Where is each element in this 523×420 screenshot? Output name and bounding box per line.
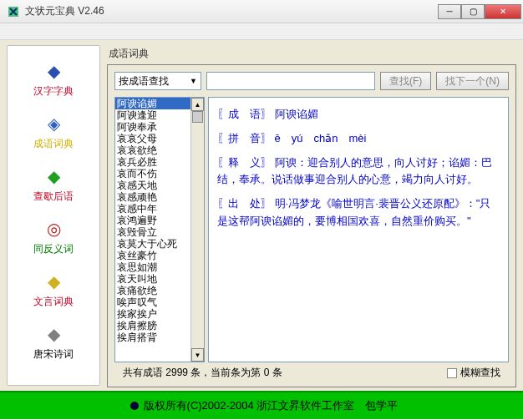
def-pinyin: 〖拼 音〗 ē yú chǎn mèi xyxy=(217,130,500,148)
sidebar-icon-3: ◎ xyxy=(41,217,66,240)
definition-box: 〖成 语〗 阿谀谄媚 〖拼 音〗 ē yú chǎn mèi 〖释 义〗 阿谀：… xyxy=(208,97,509,362)
list-item[interactable]: 挨肩擦膀 xyxy=(115,320,190,331)
window-controls: ─ ▢ ✕ xyxy=(438,4,521,19)
idiom-listbox[interactable]: 阿谀谄媚阿谀逢迎阿谀奉承哀哀父母哀哀欲绝哀兵必胜哀而不伤哀感天地哀感顽艳哀感中年… xyxy=(114,97,205,362)
close-button[interactable]: ✕ xyxy=(485,4,521,19)
list-item[interactable]: 哀哀欲绝 xyxy=(115,144,190,156)
list-item[interactable]: 哀感天地 xyxy=(115,180,190,191)
list-item[interactable]: 哀天叫地 xyxy=(115,273,190,285)
list-items: 阿谀谄媚阿谀逢迎阿谀奉承哀哀父母哀哀欲绝哀兵必胜哀而不伤哀感天地哀感顽艳哀感中年… xyxy=(115,98,190,343)
panel-title: 成语词典 xyxy=(107,43,516,64)
list-item[interactable]: 哀丝豪竹 xyxy=(115,250,190,261)
list-item[interactable]: 哀鸿遍野 xyxy=(115,215,190,226)
def-meaning: 〖释 义〗 阿谀：迎合别人的意思，向人讨好；谄媚：巴结，奉承。说话做事迎合别人的… xyxy=(217,154,500,190)
combo-label: 按成语查找 xyxy=(119,74,169,89)
sidebar-label-2: 查歇后语 xyxy=(33,190,74,204)
sidebar-icon-0: ◆ xyxy=(41,59,66,83)
list-item[interactable]: 阿谀奉承 xyxy=(115,121,190,133)
list-item[interactable]: 哀感中年 xyxy=(115,203,190,215)
sidebar-icon-5: ◆ xyxy=(41,322,66,346)
sidebar-label-1: 成语词典 xyxy=(33,137,74,151)
maximize-button[interactable]: ▢ xyxy=(461,4,485,19)
list-item[interactable]: 哀感顽艳 xyxy=(115,191,190,203)
sidebar-label-4: 文言词典 xyxy=(33,295,74,309)
content-row: 阿谀谄媚阿谀逢迎阿谀奉承哀哀父母哀哀欲绝哀兵必胜哀而不伤哀感天地哀感顽艳哀感中年… xyxy=(114,97,509,362)
sidebar-icon-4: ◆ xyxy=(41,270,66,293)
list-item[interactable]: 唉声叹气 xyxy=(115,296,190,308)
window-title: 文状元宝典 V2.46 xyxy=(25,4,438,18)
footer-dot-icon xyxy=(130,402,139,410)
sidebar-item-3[interactable]: ◎同反义词 xyxy=(14,212,93,260)
list-item[interactable]: 哀思如潮 xyxy=(115,261,190,273)
scroll-thumb[interactable] xyxy=(192,111,203,123)
list-item[interactable]: 哀而不伤 xyxy=(115,168,190,180)
def-source: 〖出 处〗 明·冯梦龙《喻世明言·裴晋公义还原配》："只是这帮阿谀谄媚的，要博相… xyxy=(217,195,500,230)
minimize-button[interactable]: ─ xyxy=(438,4,461,19)
panel-box: 按成语查找 ▼ 查找(F) 找下一个(N) 阿谀谄媚阿谀逢迎阿谀奉承哀哀父母哀哀… xyxy=(107,64,516,387)
footer-text: 版权所有(C)2002-2004 浙江文昇软件工作室 包学平 xyxy=(144,398,399,413)
app-icon xyxy=(7,5,20,18)
sidebar-item-2[interactable]: ◆查歇后语 xyxy=(14,159,93,207)
sidebar: ◆汉字字典◈成语词典◆查歇后语◎同反义词◆文言词典◆唐宋诗词 xyxy=(7,45,100,386)
list-item[interactable]: 哀兵必胜 xyxy=(115,156,190,168)
sidebar-icon-1: ◈ xyxy=(41,112,66,135)
sidebar-item-1[interactable]: ◈成语词典 xyxy=(14,107,93,154)
main-panel: 成语词典 按成语查找 ▼ 查找(F) 找下一个(N) 阿谀谄媚阿谀逢迎阿谀奉承哀… xyxy=(107,43,516,387)
list-item[interactable]: 哀莫大于心死 xyxy=(115,238,190,250)
list-item[interactable]: 哀痛欲绝 xyxy=(115,285,190,296)
scroll-down-icon[interactable]: ▼ xyxy=(191,348,204,362)
search-input[interactable] xyxy=(206,72,375,90)
search-button[interactable]: 查找(F) xyxy=(380,72,431,90)
sidebar-label-0: 汉字字典 xyxy=(33,84,74,99)
sidebar-item-5[interactable]: ◆唐宋诗词 xyxy=(14,317,93,365)
list-item[interactable]: 哀毁骨立 xyxy=(115,226,190,238)
sidebar-item-0[interactable]: ◆汉字字典 xyxy=(14,54,93,102)
list-item[interactable]: 阿谀逢迎 xyxy=(115,109,190,121)
sidebar-label-5: 唐宋诗词 xyxy=(33,347,74,362)
titlebar: 文状元宝典 V2.46 ─ ▢ ✕ xyxy=(0,0,523,23)
search-row: 按成语查找 ▼ 查找(F) 找下一个(N) xyxy=(114,72,509,90)
footer: 版权所有(C)2002-2004 浙江文昇软件工作室 包学平 xyxy=(0,391,523,419)
list-scrollbar[interactable]: ▲ ▼ xyxy=(190,98,204,362)
body-area: ◆汉字字典◈成语词典◆查歇后语◎同反义词◆文言词典◆唐宋诗词 成语词典 按成语查… xyxy=(0,40,523,391)
fuzzy-checkbox[interactable]: 模糊查找 xyxy=(447,366,500,380)
scroll-up-icon[interactable]: ▲ xyxy=(191,98,204,111)
sidebar-item-4[interactable]: ◆文言词典 xyxy=(14,265,93,312)
sidebar-icon-2: ◆ xyxy=(41,164,66,188)
checkbox-box-icon xyxy=(447,368,457,378)
search-mode-combo[interactable]: 按成语查找 ▼ xyxy=(114,72,201,90)
status-text: 共有成语 2999 条，当前条为第 0 条 xyxy=(123,366,282,380)
checkbox-label: 模糊查找 xyxy=(460,366,500,380)
list-item[interactable]: 挨家挨户 xyxy=(115,308,190,320)
chevron-down-icon: ▼ xyxy=(190,77,197,85)
list-item[interactable]: 挨肩搭背 xyxy=(115,331,190,343)
status-row: 共有成语 2999 条，当前条为第 0 条 模糊查找 xyxy=(114,362,509,380)
list-item[interactable]: 阿谀谄媚 xyxy=(115,98,190,109)
menubar xyxy=(0,23,523,40)
def-idiom: 〖成 语〗 阿谀谄媚 xyxy=(217,106,500,124)
list-item[interactable]: 哀哀父母 xyxy=(115,133,190,144)
find-next-button[interactable]: 找下一个(N) xyxy=(436,72,509,90)
sidebar-label-3: 同反义词 xyxy=(33,242,74,256)
